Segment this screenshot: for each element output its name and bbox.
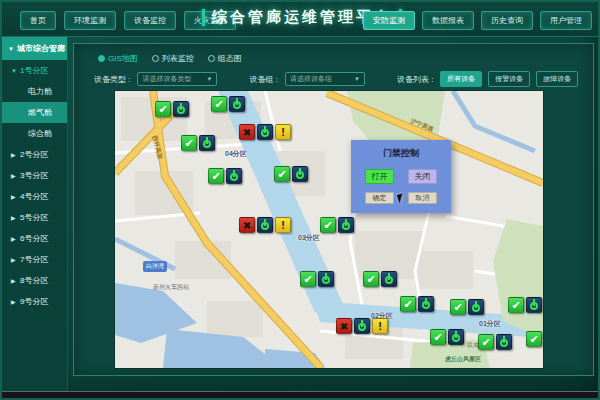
- device-marker-ok[interactable]: ✔: [478, 334, 512, 350]
- power-icon[interactable]: [448, 329, 464, 345]
- status-ok-icon[interactable]: ✔: [363, 271, 379, 287]
- sidebar-item-9号分区[interactable]: ▶9号分区: [2, 291, 67, 312]
- device-group-label: 设备组 :: [249, 74, 277, 85]
- sidebar-item-电力舱[interactable]: 电力舱: [2, 81, 67, 102]
- power-stem: [345, 219, 347, 226]
- sidebar-root-city-gallery[interactable]: ▼ 城市综合管廊: [2, 37, 67, 60]
- status-ok-icon[interactable]: ✔: [274, 166, 290, 182]
- device-marker-ok[interactable]: ✔: [274, 166, 308, 182]
- power-icon[interactable]: [496, 334, 512, 350]
- status-ok-icon[interactable]: ✔: [211, 96, 227, 112]
- device-marker-ok[interactable]: ✔: [363, 271, 397, 287]
- door-open-button[interactable]: 打开: [365, 169, 394, 184]
- device-marker-ok[interactable]: ✔: [300, 271, 334, 287]
- view-mode-GIS地图[interactable]: GIS地图: [98, 53, 138, 64]
- status-ok-icon[interactable]: ✔: [478, 334, 494, 350]
- power-icon[interactable]: [199, 135, 215, 151]
- device-marker-ok[interactable]: ✔: [211, 96, 245, 112]
- ok-button[interactable]: 确定: [365, 192, 394, 204]
- power-icon[interactable]: [226, 168, 242, 184]
- sidebar-item-7号分区[interactable]: ▶7号分区: [2, 249, 67, 270]
- power-icon[interactable]: [338, 217, 354, 233]
- sidebar-item-5号分区[interactable]: ▶5号分区: [2, 207, 67, 228]
- device-marker-ok[interactable]: ✔: [430, 329, 464, 345]
- power-stem: [475, 301, 477, 308]
- power-icon[interactable]: [468, 299, 484, 315]
- map-container[interactable]: ✔✔✔✖!✔✔✖!✔✔✔✔✖!✔✔✔✔✔04分区03分区02分区01分区西环高架…: [115, 91, 543, 368]
- device-marker-fault[interactable]: ✖!: [239, 124, 291, 140]
- access-control-dialog: 门禁控制 打开 关闭 确定 取消: [351, 140, 451, 213]
- status-ok-icon[interactable]: ✔: [155, 101, 171, 117]
- door-close-button[interactable]: 关闭: [408, 169, 437, 184]
- device-type-select[interactable]: 请选择设备类型 ▼: [137, 72, 217, 86]
- nav-right: 安防监测数据报表历史查询用户管理: [363, 11, 592, 30]
- status-ok-icon[interactable]: ✔: [450, 299, 466, 315]
- power-icon[interactable]: [229, 96, 245, 112]
- sidebar-item-综合舱[interactable]: 综合舱: [2, 123, 67, 144]
- view-mode-radios: GIS地图列表监控组态图: [98, 53, 242, 64]
- sidebar-item-3号分区[interactable]: ▶3号分区: [2, 165, 67, 186]
- sidebar-item-燃气舱[interactable]: 燃气舱: [2, 102, 67, 123]
- warning-icon[interactable]: !: [275, 124, 291, 140]
- warning-icon[interactable]: !: [275, 217, 291, 233]
- power-icon[interactable]: [318, 271, 334, 287]
- sidebar-item-label: 9号分区: [20, 296, 48, 307]
- device-marker-ok[interactable]: ✔: [526, 331, 543, 347]
- nav-button-历史查询[interactable]: 历史查询: [481, 11, 533, 30]
- status-fault-icon[interactable]: ✖: [239, 124, 255, 140]
- power-icon[interactable]: [173, 101, 189, 117]
- sidebar-item-8号分区[interactable]: ▶8号分区: [2, 270, 67, 291]
- filter-toolbar: 设备类型 : 请选择设备类型 ▼ 设备组 : 请选择设备组 ▼ 设备列表 : 所…: [94, 71, 578, 87]
- device-marker-ok[interactable]: ✔: [508, 297, 542, 313]
- device-marker-ok[interactable]: ✔: [450, 299, 484, 315]
- nav-button-数据报表[interactable]: 数据报表: [422, 11, 474, 30]
- power-icon[interactable]: [526, 297, 542, 313]
- dialog-action-row: 打开 关闭: [351, 169, 451, 184]
- power-icon[interactable]: [381, 271, 397, 287]
- power-stem: [264, 219, 266, 226]
- nav-button-用户管理[interactable]: 用户管理: [540, 11, 592, 30]
- device-marker-ok[interactable]: ✔: [155, 101, 189, 117]
- sidebar-item-1号分区[interactable]: ▼1号分区: [2, 60, 67, 81]
- status-fault-icon[interactable]: ✖: [336, 318, 352, 334]
- sidebar-item-4号分区[interactable]: ▶4号分区: [2, 186, 67, 207]
- view-mode-组态图[interactable]: 组态图: [208, 53, 242, 64]
- power-icon[interactable]: [257, 124, 273, 140]
- cancel-button[interactable]: 取消: [408, 192, 437, 204]
- power-icon[interactable]: [354, 318, 370, 334]
- status-ok-icon[interactable]: ✔: [300, 271, 316, 287]
- device-marker-ok[interactable]: ✔: [400, 296, 434, 312]
- power-icon[interactable]: [292, 166, 308, 182]
- status-fault-icon[interactable]: ✖: [239, 217, 255, 233]
- nav-button-安防监测[interactable]: 安防监测: [363, 11, 415, 30]
- power-icon[interactable]: [418, 296, 434, 312]
- status-ok-icon[interactable]: ✔: [526, 331, 542, 347]
- device-marker-ok[interactable]: ✔: [208, 168, 242, 184]
- status-ok-icon[interactable]: ✔: [181, 135, 197, 151]
- device-filter-故障设备[interactable]: 故障设备: [536, 71, 578, 87]
- status-ok-icon[interactable]: ✔: [320, 217, 336, 233]
- status-ok-icon[interactable]: ✔: [400, 296, 416, 312]
- status-ok-icon[interactable]: ✔: [508, 297, 524, 313]
- radio-icon: [152, 55, 159, 62]
- nav-button-首页[interactable]: 首页: [20, 11, 56, 30]
- device-marker-ok[interactable]: ✔: [320, 217, 354, 233]
- warning-icon[interactable]: !: [372, 318, 388, 334]
- device-group-select[interactable]: 请选择设备组 ▼: [285, 72, 365, 86]
- device-marker-fault[interactable]: ✖!: [336, 318, 388, 334]
- sidebar-item-2号分区[interactable]: ▶2号分区: [2, 144, 67, 165]
- sidebar-tree: ▼1号分区电力舱燃气舱综合舱▶2号分区▶3号分区▶4号分区▶5号分区▶6号分区▶…: [2, 60, 67, 312]
- status-ok-icon[interactable]: ✔: [208, 168, 224, 184]
- device-marker-ok[interactable]: ✔: [181, 135, 215, 151]
- sidebar-item-6号分区[interactable]: ▶6号分区: [2, 228, 67, 249]
- power-stem: [264, 126, 266, 133]
- nav-button-环境监测[interactable]: 环境监测: [64, 11, 116, 30]
- power-icon[interactable]: [257, 217, 273, 233]
- sidebar-item-label: 3号分区: [20, 170, 48, 181]
- device-filter-报警设备[interactable]: 报警设备: [488, 71, 530, 87]
- view-mode-列表监控[interactable]: 列表监控: [152, 53, 194, 64]
- nav-button-设备监控[interactable]: 设备监控: [124, 11, 176, 30]
- device-filter-所有设备[interactable]: 所有设备: [440, 71, 482, 87]
- device-marker-fault[interactable]: ✖!: [239, 217, 291, 233]
- status-ok-icon[interactable]: ✔: [430, 329, 446, 345]
